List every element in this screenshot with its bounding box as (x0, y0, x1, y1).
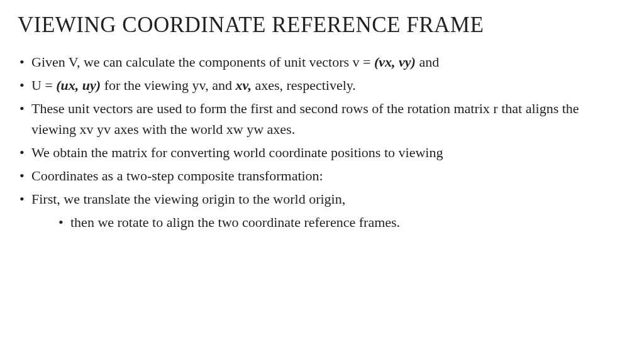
bold-text: (vx, vy) (374, 54, 416, 70)
bullet-item: Given V, we can calculate the components… (18, 52, 626, 72)
text-fragment: U = (31, 77, 56, 93)
slide-title: VIEWING COORDINATE REFERENCE FRAME (18, 13, 626, 38)
text-fragment: We obtain the matrix for converting worl… (31, 145, 443, 160)
sub-bullet-item: then we rotate to align the two coordina… (57, 212, 626, 233)
sub-bullet-list: then we rotate to align the two coordina… (31, 212, 626, 233)
bold-text: (ux, uy) (56, 77, 101, 93)
text-fragment: These unit vectors are used to form the … (31, 101, 579, 137)
text-fragment: Coordinates as a two-step composite tran… (31, 168, 323, 184)
bullet-item: First, we translate the viewing origin t… (18, 189, 626, 233)
text-fragment: First, we translate the viewing origin t… (31, 191, 345, 207)
bold-text: xv, (235, 77, 251, 93)
bullet-list: Given V, we can calculate the components… (18, 52, 626, 233)
bullet-item: We obtain the matrix for converting worl… (18, 142, 626, 163)
bullet-item: U = (ux, uy) for the viewing yv, and xv,… (18, 75, 626, 96)
text-fragment: then we rotate to align the two coordina… (70, 214, 400, 230)
text-fragment: for the viewing yv, and (101, 77, 235, 93)
bullet-item: These unit vectors are used to form the … (18, 98, 626, 140)
bullet-item: Coordinates as a two-step composite tran… (18, 165, 626, 186)
text-fragment: axes, respectively. (252, 77, 356, 93)
text-fragment: Given V, we can calculate the components… (31, 54, 374, 70)
text-fragment: and (416, 54, 439, 70)
